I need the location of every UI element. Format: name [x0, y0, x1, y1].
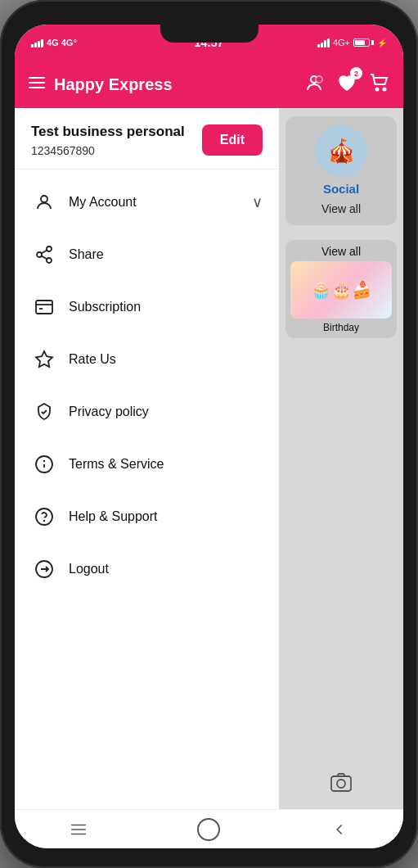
menu-item-privacy-policy[interactable]: Privacy policy [15, 386, 279, 438]
home-circle-icon [197, 818, 220, 841]
rbar2 [321, 43, 323, 47]
chevron-down-icon: ∨ [252, 193, 263, 211]
svg-point-4 [316, 76, 322, 83]
logout-icon [31, 556, 57, 582]
camera-button[interactable] [323, 765, 359, 801]
bar2 [34, 43, 37, 47]
svg-point-25 [337, 780, 345, 788]
bolt-icon: ⚡ [377, 38, 387, 47]
info-icon [31, 451, 57, 477]
signal-bars-right [317, 38, 330, 47]
shield-icon [31, 399, 57, 425]
main-content: Test business personal 1234567890 Edit [15, 108, 403, 809]
app-header: Happy Express 2 [15, 61, 403, 108]
notch [160, 25, 258, 43]
svg-rect-24 [331, 776, 351, 791]
svg-line-12 [42, 251, 47, 254]
profile-section: Test business personal 1234567890 Edit [15, 108, 279, 170]
signal-bars-left [31, 38, 43, 47]
social-card: 🎪 Social View all [285, 116, 397, 225]
cart-icon-wrap[interactable] [369, 72, 390, 97]
svg-point-20 [36, 509, 52, 525]
share-icon [31, 242, 57, 268]
bottom-back-button[interactable] [311, 814, 368, 845]
cart-icon [369, 72, 390, 93]
profile-info: Test business personal 1234567890 [31, 123, 202, 157]
bar1 [31, 44, 34, 47]
rbar1 [317, 44, 320, 47]
phone-frame: 4G 4G° 14:57 4G+ ⚡ [0, 0, 418, 868]
subscription-label: Subscription [69, 300, 263, 314]
network-left: 4G 4G° [47, 38, 77, 47]
logout-label: Logout [69, 562, 263, 576]
profile-name: Test business personal [31, 123, 202, 141]
svg-point-6 [384, 88, 386, 91]
wishlist-badge: 2 [350, 67, 362, 79]
birthday-view-all-top[interactable]: View all [321, 245, 361, 258]
rbar3 [324, 40, 326, 47]
birthday-image: 🧁🎂🍰 [290, 261, 392, 319]
network-right: 4G+ [333, 38, 350, 47]
star-icon [31, 346, 57, 373]
wishlist-icon-wrap[interactable]: 2 [336, 72, 357, 97]
hamburger-icon[interactable] [28, 74, 46, 96]
birthday-label: Birthday [323, 322, 359, 333]
svg-marker-16 [36, 351, 52, 367]
menu-item-rate-us[interactable]: Rate Us [15, 333, 279, 386]
battery-fill [355, 40, 365, 45]
account-icon [31, 189, 57, 215]
bar3 [38, 41, 40, 47]
bottom-menu-button[interactable] [50, 814, 107, 845]
svg-rect-13 [36, 301, 52, 314]
bottom-menu-icon [70, 821, 88, 839]
birthday-card: View all 🧁🎂🍰 Birthday [285, 240, 397, 338]
header-icons: 2 [303, 72, 390, 97]
birthday-cupcakes-icon: 🧁🎂🍰 [311, 280, 372, 300]
help-icon [31, 504, 57, 530]
terms-service-label: Terms & Service [69, 457, 263, 472]
svg-point-8 [47, 246, 52, 251]
menu-item-subscription[interactable]: Subscription [15, 281, 279, 333]
subscription-icon [31, 294, 57, 320]
svg-point-5 [376, 88, 379, 91]
profile-icon [303, 72, 325, 93]
social-figure-icon: 🎪 [327, 138, 356, 165]
profile-phone: 1234567890 [31, 144, 202, 157]
menu-item-help-support[interactable]: Help & Support [15, 491, 279, 543]
status-left: 4G 4G° [31, 38, 77, 47]
bar4 [41, 39, 43, 47]
edit-button[interactable]: Edit [202, 124, 263, 156]
bottom-home-button[interactable] [178, 811, 240, 848]
svg-line-11 [42, 256, 47, 260]
menu-item-logout[interactable]: Logout [15, 543, 279, 595]
back-arrow-icon [330, 821, 348, 839]
menu-item-share[interactable]: Share [15, 228, 279, 281]
photo-icon [330, 771, 353, 794]
menu-item-my-account[interactable]: My Account ∨ [15, 176, 279, 228]
bottom-nav [15, 809, 403, 848]
social-avatar: 🎪 [315, 124, 367, 177]
battery-body [353, 38, 370, 47]
menu-item-terms-service[interactable]: Terms & Service [15, 438, 279, 491]
rbar4 [327, 38, 330, 47]
phone-screen: 4G 4G° 14:57 4G+ ⚡ [15, 25, 403, 848]
battery-tip [371, 40, 374, 45]
share-label: Share [69, 247, 263, 262]
battery [353, 38, 374, 47]
svg-point-10 [47, 258, 52, 263]
rate-us-label: Rate Us [69, 352, 263, 367]
status-right: 4G+ ⚡ [317, 38, 387, 47]
menu-list: My Account ∨ [15, 170, 279, 602]
svg-point-9 [37, 252, 42, 257]
left-panel: Test business personal 1234567890 Edit [15, 108, 279, 809]
right-panel: 🎪 Social View all View all 🧁🎂🍰 Birthday [279, 108, 403, 809]
svg-point-7 [41, 196, 47, 202]
social-label: Social [323, 182, 359, 196]
profile-icon-wrap[interactable] [303, 72, 325, 97]
social-view-all-button[interactable]: View all [321, 201, 361, 217]
privacy-policy-label: Privacy policy [69, 405, 263, 419]
app-title: Happy Express [54, 75, 303, 94]
my-account-label: My Account [69, 195, 252, 210]
help-support-label: Help & Support [69, 509, 263, 524]
